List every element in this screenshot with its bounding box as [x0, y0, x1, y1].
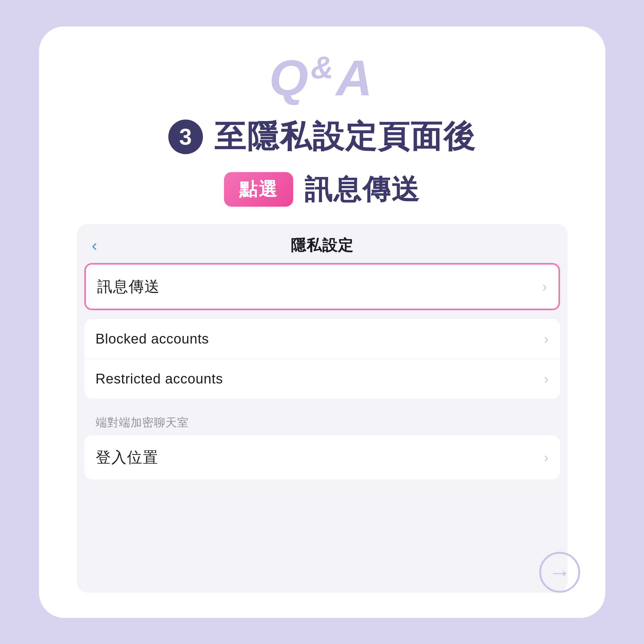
arrow-button[interactable]: →	[539, 552, 580, 593]
login-section: 登入位置 ›	[84, 435, 560, 479]
q-letter: Q	[269, 50, 311, 106]
back-icon[interactable]: ‹	[92, 236, 97, 255]
main-card: Q&A 3 至隱私設定頁面後 點選 訊息傳送 ‹ 隱私設定 訊息傳送 › Blo…	[39, 26, 605, 618]
restricted-accounts-label: Restricted accounts	[96, 371, 223, 387]
qa-title: Q&A	[269, 52, 375, 103]
message-chevron: ›	[542, 279, 547, 294]
nav-title: 隱私設定	[291, 235, 354, 255]
arrow-icon: →	[548, 559, 571, 585]
step-header: 3 至隱私設定頁面後	[77, 116, 568, 158]
step-number: 3	[168, 120, 203, 154]
section-label: 端對端加密聊天室	[84, 407, 560, 435]
ampersand: &	[311, 50, 336, 85]
encrypted-section: 端對端加密聊天室 登入位置 ›	[84, 407, 560, 479]
settings-list: 訊息傳送 › Blocked accounts › Restricted acc…	[77, 263, 568, 479]
subtitle-text: 訊息傳送	[305, 171, 420, 208]
nav-bar: ‹ 隱私設定	[77, 224, 568, 263]
accounts-section: Blocked accounts › Restricted accounts ›	[84, 319, 560, 399]
phone-screen: ‹ 隱私設定 訊息傳送 › Blocked accounts › Restric…	[77, 224, 568, 593]
login-label: 登入位置	[96, 447, 159, 468]
blocked-accounts-label: Blocked accounts	[96, 331, 209, 347]
login-chevron: ›	[544, 450, 549, 465]
blocked-accounts-item[interactable]: Blocked accounts ›	[84, 319, 560, 359]
message-section: 訊息傳送 ›	[84, 263, 560, 310]
restricted-accounts-chevron: ›	[544, 371, 549, 387]
restricted-accounts-item[interactable]: Restricted accounts ›	[84, 359, 560, 399]
click-badge: 點選	[224, 172, 293, 207]
step-subtitle: 點選 訊息傳送	[77, 171, 568, 208]
blocked-accounts-chevron: ›	[544, 331, 549, 347]
step-title: 至隱私設定頁面後	[214, 116, 476, 158]
login-item[interactable]: 登入位置 ›	[84, 435, 560, 479]
a-letter: A	[336, 50, 375, 106]
message-item[interactable]: 訊息傳送 ›	[86, 265, 558, 309]
message-label: 訊息傳送	[97, 277, 160, 297]
